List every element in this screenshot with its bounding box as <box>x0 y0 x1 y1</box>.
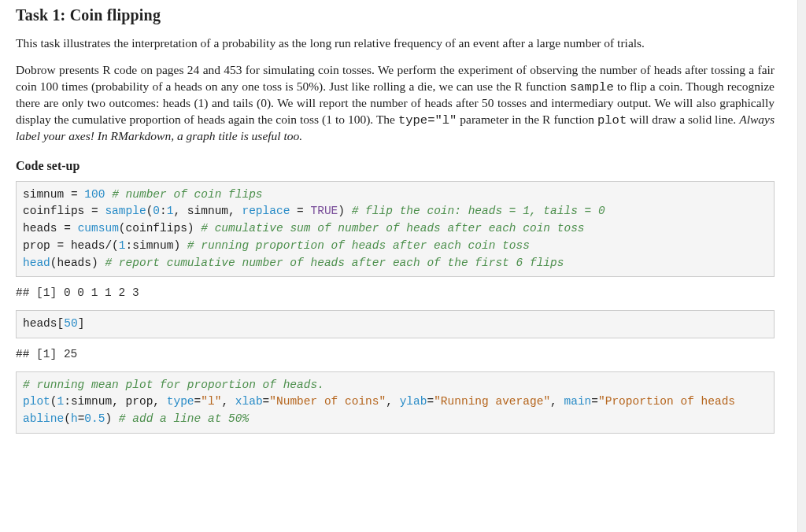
vertical-scrollbar[interactable] <box>797 0 806 454</box>
code-line: # running mean plot for proportion of he… <box>23 379 324 391</box>
code-argname: h <box>71 412 78 425</box>
code-comment: # report cumulative number of heads afte… <box>98 257 564 269</box>
code-text: :simnum) <box>126 239 181 252</box>
code-line: coinflips = sample(0:1, simnum, replace … <box>23 205 605 217</box>
code-text: = <box>290 205 310 217</box>
code-text: , <box>386 395 399 408</box>
code-line: prop = heads/(1:simnum) # running propor… <box>23 239 530 252</box>
code-argname: main <box>564 395 592 408</box>
code-call: abline <box>23 412 64 425</box>
text-seg: will draw a solid line. <box>627 113 739 126</box>
code-text: ] <box>78 317 85 330</box>
code-line: simnum = 100 # number of coin flips <box>23 188 263 201</box>
code-text: : <box>160 205 167 217</box>
code-text: , <box>221 395 235 408</box>
paragraph-intro: This task illustrates the interpretation… <box>16 35 775 51</box>
code-comment: # flip the coin: heads = 1, tails = 0 <box>345 205 605 217</box>
code-block-heads50: heads[50] <box>16 310 775 338</box>
code-text: = <box>194 395 202 408</box>
code-text: = <box>591 395 598 408</box>
code-argname: replace <box>242 205 290 217</box>
code-text: (heads) <box>50 257 98 269</box>
code-text: (coinflips) <box>119 222 194 235</box>
code-line: head(heads) # report cumulative number o… <box>23 257 564 269</box>
page-title: Task 1: Coin flipping <box>16 6 775 24</box>
document-page: Task 1: Coin flipping This task illustra… <box>0 0 790 454</box>
code-call: head <box>23 257 50 269</box>
code-number: 0.5 <box>84 412 105 425</box>
text-seg: parameter in the R function <box>457 113 597 126</box>
code-number: 1 <box>57 395 65 408</box>
code-text: prop = heads/( <box>23 239 119 252</box>
code-call: plot <box>23 395 50 408</box>
code-comment: # number of coin flips <box>105 188 262 201</box>
code-text: , <box>550 395 564 408</box>
code-text: :simnum, prop, <box>64 395 167 408</box>
code-text: = <box>427 395 434 408</box>
code-argname: type <box>167 395 194 408</box>
code-number: 100 <box>84 188 105 201</box>
inline-code-sample: sample <box>570 80 614 94</box>
code-comment: # add a line at 50% <box>112 412 249 425</box>
code-string: "Proportion of heads <box>598 395 735 408</box>
code-argname: xlab <box>235 395 263 408</box>
section-heading: Code set-up <box>16 159 775 173</box>
code-call: sample <box>105 205 146 217</box>
code-number: 1 <box>119 239 126 252</box>
output-block: ## [1] 0 0 1 1 2 3 <box>16 282 775 307</box>
code-text: ) <box>338 205 345 217</box>
code-string: "Number of coins" <box>269 395 386 408</box>
code-bool: TRUE <box>311 205 338 217</box>
code-string: "Running average" <box>434 395 550 408</box>
code-text: ( <box>50 395 57 408</box>
code-comment: # cumulative sum of number of heads afte… <box>194 222 585 235</box>
code-argname: ylab <box>400 395 427 408</box>
code-call: cumsum <box>78 222 119 235</box>
code-comment: # running proportion of heads after each… <box>180 239 530 252</box>
code-text: heads = <box>23 222 78 235</box>
code-text: heads[ <box>23 317 64 330</box>
code-comment: # running mean plot for proportion of he… <box>23 379 324 391</box>
code-number: 50 <box>64 317 77 330</box>
code-block-plot: # running mean plot for proportion of he… <box>16 371 775 434</box>
code-text: ) <box>105 412 112 425</box>
code-text: = <box>263 395 270 408</box>
code-string: "l" <box>201 395 221 408</box>
output-block: ## [1] 25 <box>16 343 775 368</box>
inline-code-plot: plot <box>597 113 627 127</box>
code-line: heads[50] <box>23 317 84 330</box>
code-number: 0 <box>153 205 160 217</box>
code-text: , simnum, <box>173 205 242 217</box>
code-block-setup: simnum = 100 # number of coin flips coin… <box>16 181 775 278</box>
code-line: plot(1:simnum, prop, type="l", xlab="Num… <box>23 395 735 408</box>
paragraph-body: Dobrow presents R code on pages 24 and 4… <box>16 62 775 144</box>
code-text: ( <box>64 412 71 425</box>
inline-code-type: type="l" <box>398 113 457 127</box>
code-line: heads = cumsum(coinflips) # cumulative s… <box>23 222 585 235</box>
code-text: simnum = <box>23 188 84 201</box>
code-text: coinflips = <box>23 205 105 217</box>
code-line: abline(h=0.5) # add a line at 50% <box>23 412 249 425</box>
